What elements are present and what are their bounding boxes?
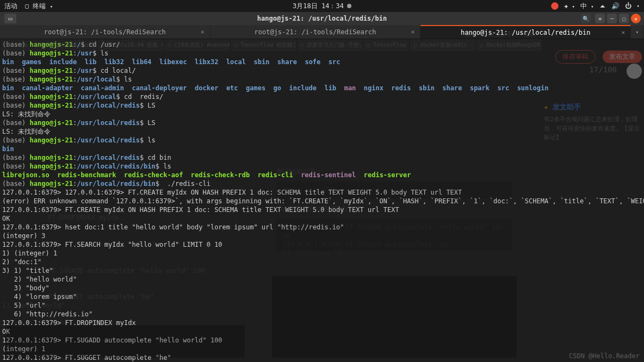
close-icon[interactable]: ✕ xyxy=(621,29,625,36)
save-draft-button: 保存草稿 xyxy=(555,50,596,64)
hamburger-button[interactable]: ≡ xyxy=(595,14,605,23)
helper-title: 发文助手 xyxy=(544,102,642,112)
search-button[interactable]: 🔍 xyxy=(581,14,591,23)
terminal-tab-2[interactable]: root@js-21: /i-tools/RediSearch✕ xyxy=(210,25,421,39)
recording-icon xyxy=(347,4,351,8)
close-icon[interactable]: ✕ xyxy=(411,28,415,35)
terminal-tab-1[interactable]: root@js-21: /i-tools/RediSearch✕ xyxy=(0,25,210,39)
network-icon[interactable]: ⏶ xyxy=(599,2,606,10)
volume-icon[interactable]: 🔊 xyxy=(611,2,620,10)
watermark: CSDN @Hello.Reader xyxy=(569,352,640,360)
system-menu-icon[interactable]: ▾ xyxy=(637,3,640,9)
maximize-button[interactable]: ▢ xyxy=(619,14,629,23)
avatar xyxy=(627,64,642,79)
new-tab-button[interactable]: ▭ xyxy=(4,14,16,23)
power-icon[interactable]: ⏻ xyxy=(625,2,631,10)
terminal-menu[interactable]: ▢ 终端 ▾ xyxy=(25,2,53,11)
gnome-topbar: 活动 ▢ 终端 ▾ 3月18日 14：34 ✚ ▾ 中 ▾ ⏶ 🔊 ⏻ ▾ xyxy=(0,0,644,12)
minimize-button[interactable]: ─ xyxy=(607,14,617,23)
window-titlebar: ▭ hango@js-21: /usr/local/redis/bin 🔍 ≡ … xyxy=(0,12,644,25)
places-icon[interactable]: ✚ ▾ xyxy=(564,2,575,10)
window-title: hango@js-21: /usr/local/redis/bin xyxy=(257,15,387,22)
close-button[interactable]: ✕ xyxy=(631,14,641,23)
input-method-icon[interactable]: 中 ▾ xyxy=(580,2,594,11)
publish-button: 发布文章 xyxy=(603,51,642,63)
helper-text: 有2条不合规问题汇总未处理，处理后，可获得更快的发布速度。【显示标记】 xyxy=(544,115,642,142)
tab-menu-button[interactable]: ▾ xyxy=(631,25,644,39)
terminal-tabs: root@js-21: /i-tools/RediSearch✕ root@js… xyxy=(0,25,644,39)
close-icon[interactable]: ✕ xyxy=(201,28,205,35)
ghost-screenshot-1 xyxy=(5,325,245,358)
clock[interactable]: 3月18日 14：34 xyxy=(293,2,344,11)
ghost-toolbar-icons: 目录标注助手帮助 xyxy=(466,30,535,39)
no-entry-icon[interactable] xyxy=(551,2,559,10)
ghost-sidebar: 17/100 保存草稿 发布文章 发文助手 有2条不合规问题汇总未处理，处理后，… xyxy=(544,50,642,142)
activities-button[interactable]: 活动 xyxy=(4,2,17,11)
counter-label: 17/100 xyxy=(589,65,617,74)
ghost-screenshot-2 xyxy=(272,276,517,358)
